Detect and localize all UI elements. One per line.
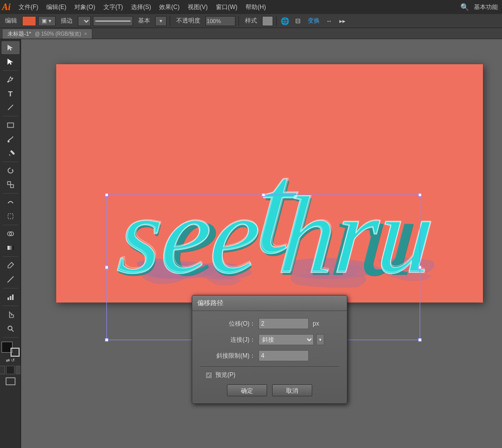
menu-text[interactable]: 文字(T): [99, 2, 127, 13]
tab-title: 未标题-1* @ 150% (RGB/预览): [8, 30, 81, 38]
menu-select[interactable]: 选择(S): [127, 2, 155, 13]
align-icon[interactable]: ⊟: [293, 16, 304, 26]
fill-color-swatch[interactable]: [22, 16, 36, 26]
miter-row: 斜接限制(M)：: [200, 350, 339, 361]
tab-bar: 未标题-1* @ 150% (RGB/预览) ×: [0, 28, 502, 39]
pen-tool[interactable]: [2, 73, 20, 86]
pencil-tool[interactable]: [2, 146, 20, 160]
join-select-arrow[interactable]: ▼: [316, 334, 324, 345]
line-label: 基本: [135, 17, 153, 25]
svg-rect-18: [10, 296, 11, 300]
dialog-title-bar[interactable]: 偏移路径: [192, 295, 347, 311]
opacity-input[interactable]: [205, 16, 235, 26]
svg-point-5: [8, 140, 10, 142]
svg-rect-14: [8, 246, 14, 250]
zoom-tool[interactable]: [2, 322, 20, 335]
dialog-separator: [200, 366, 339, 367]
svg-marker-1: [8, 59, 13, 65]
menu-effect[interactable]: 效果(C): [155, 2, 184, 13]
cancel-button[interactable]: 取消: [272, 384, 312, 396]
style-color-btn[interactable]: [262, 16, 273, 26]
tool-separator-1: [3, 70, 18, 71]
svg-marker-0: [8, 45, 13, 51]
tool-separator-3: [3, 162, 18, 162]
direct-selection-tool[interactable]: [2, 55, 20, 68]
warp-tool[interactable]: [2, 196, 20, 209]
dropdown-arrow-stroke: ▼: [48, 19, 52, 24]
handle-bottom-right[interactable]: [418, 338, 422, 342]
menu-view[interactable]: 视图(V): [184, 2, 212, 13]
options-toolbar: 编辑 ▣ ▼ 描边 基本 ▼ 不透明度 样式 🌐 ⊟ 变换 ↔ ▸▸: [0, 14, 502, 28]
dropdown-arrow-line: ▼: [159, 19, 163, 24]
svg-marker-7: [9, 154, 11, 156]
svg-line-22: [12, 330, 14, 332]
shape-builder-tool[interactable]: [2, 227, 20, 240]
offset-path-dialog[interactable]: 偏移路径 位移(O)： px 连接(J)： 斜接 圆形 斜面: [192, 295, 347, 404]
mode-buttons: [0, 366, 21, 374]
svg-rect-6: [10, 150, 15, 155]
paintbrush-tool[interactable]: [2, 132, 20, 145]
menu-object[interactable]: 对象(O): [70, 2, 99, 13]
line-dropdown-btn[interactable]: ▼: [155, 16, 167, 26]
svg-rect-10: [11, 185, 14, 188]
canvas-area[interactable]: s s e e e e t t h h r r u u: [21, 39, 502, 448]
line-style-preview[interactable]: [93, 16, 133, 26]
left-toolbox: T: [0, 39, 21, 448]
transform-icon[interactable]: ↔: [324, 16, 335, 26]
svg-rect-23: [6, 378, 15, 385]
join-select[interactable]: 斜接 圆形 斜面: [259, 334, 314, 345]
ok-button[interactable]: 确定: [227, 384, 267, 396]
handle-bottom-left[interactable]: [105, 338, 108, 342]
tool-separator-9: [3, 337, 18, 338]
inside-mode-btn[interactable]: [16, 366, 21, 374]
tool-separator-5: [3, 225, 18, 225]
stroke-label: 描边: [58, 17, 76, 25]
menu-help[interactable]: 帮助(H): [241, 2, 270, 13]
selection-tool[interactable]: [2, 41, 20, 54]
gradient-tool[interactable]: [2, 241, 20, 254]
menu-file[interactable]: 文件(F): [15, 2, 42, 13]
rotate-tool[interactable]: [2, 164, 20, 177]
opacity-label: 不透明度: [173, 17, 203, 25]
search-icon[interactable]: 🔍: [457, 3, 472, 11]
toolbar-divider-2: [238, 16, 239, 26]
svg-point-2: [7, 81, 9, 83]
menu-edit[interactable]: 编辑(E): [42, 2, 70, 13]
globe-icon[interactable]: 🌐: [280, 16, 291, 26]
swap-colors-icon[interactable]: ⇄: [6, 358, 10, 363]
svg-line-3: [8, 105, 13, 110]
svg-rect-9: [8, 182, 11, 185]
measure-tool[interactable]: [2, 273, 20, 286]
document-tab[interactable]: 未标题-1* @ 150% (RGB/预览) ×: [2, 29, 92, 39]
miter-input[interactable]: [259, 350, 309, 361]
type-tool[interactable]: T: [2, 87, 20, 100]
stroke-btn[interactable]: ▣ ▼: [38, 16, 56, 26]
stroke-select[interactable]: [78, 16, 91, 26]
scale-tool[interactable]: [2, 178, 20, 191]
style-label: 样式: [242, 17, 260, 25]
screen-mode-btn[interactable]: [6, 377, 16, 387]
color-boxes: [2, 342, 20, 357]
offset-input[interactable]: [259, 318, 309, 329]
artwork-svg: s s e e e e t t h h r r u u: [56, 64, 483, 303]
svg-point-21: [8, 326, 12, 330]
rectangle-tool[interactable]: [2, 118, 20, 131]
main-area: T: [0, 39, 502, 448]
transform-link[interactable]: 变换: [306, 17, 322, 25]
behind-mode-btn[interactable]: [6, 366, 15, 374]
stroke-box[interactable]: [11, 348, 20, 357]
preview-row: ✓ 预览(P): [200, 371, 339, 379]
normal-mode-btn[interactable]: [0, 366, 5, 374]
tab-close-btn[interactable]: ×: [84, 31, 87, 37]
join-row: 连接(J)： 斜接 圆形 斜面 ▼: [200, 334, 339, 345]
hand-tool[interactable]: [2, 308, 20, 321]
more-icon[interactable]: ▸▸: [337, 16, 348, 26]
menu-window[interactable]: 窗口(W): [212, 2, 241, 13]
preview-checkbox[interactable]: ✓: [205, 372, 212, 379]
free-transform-tool[interactable]: [2, 210, 20, 223]
line-tool[interactable]: [2, 101, 20, 114]
reset-colors-icon[interactable]: ↺: [11, 358, 15, 363]
eyedropper-tool[interactable]: [2, 259, 20, 272]
offset-label: 位移(O)：: [200, 320, 256, 328]
graph-tool[interactable]: [2, 290, 20, 304]
